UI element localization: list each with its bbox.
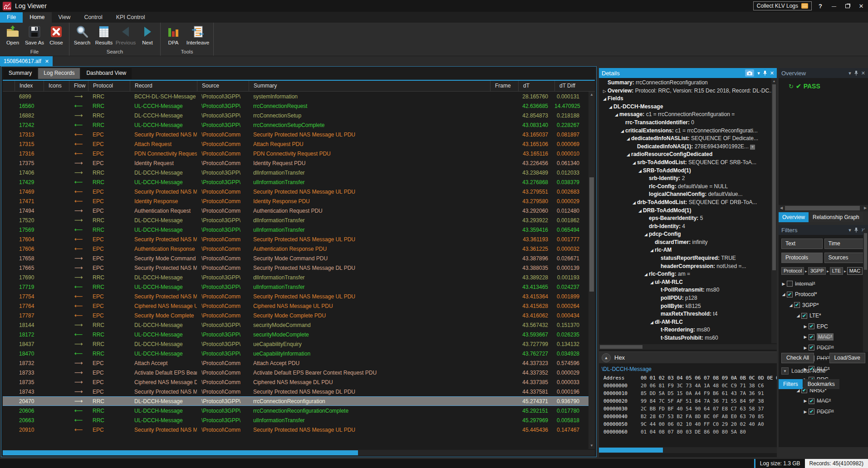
expanded-icon[interactable]: ◢ xyxy=(780,292,787,297)
expanded-icon[interactable]: ◢ xyxy=(613,111,619,119)
scroll-thumb[interactable] xyxy=(772,84,776,270)
table-row[interactable]: 18172⟵RRCUL-DCCH-Message\Protocol\3GPP\s… xyxy=(3,330,588,339)
table-row[interactable]: 17313⟵EPCSecurity Protected NAS M\Protoc… xyxy=(3,130,588,139)
ribbon-tab-kpi-control[interactable]: KPI Control xyxy=(109,12,152,23)
table-row[interactable]: 18732⟶EPCAttach Accept\Protocol\CommAtta… xyxy=(3,358,588,368)
table-row[interactable]: 17406⟶RRCDL-DCCH-Message\Protocol\3GPP\d… xyxy=(3,168,588,177)
table-row[interactable]: 20606⟵RRCUL-DCCH-Message\Protocol\3GPP\r… xyxy=(3,406,588,415)
details-tree-item[interactable]: logicalChannelConfig: defaultValue... xyxy=(601,190,771,199)
expand-plus-icon[interactable]: + xyxy=(750,145,755,150)
checkbox[interactable]: ✔ xyxy=(809,398,814,404)
table-row[interactable]: 17764⟵EPCCiphered NAS Message Ul\Protoco… xyxy=(3,301,588,311)
table-row[interactable]: 17520⟶RRCDL-DCCH-Message\Protocol\3GPP\d… xyxy=(3,215,588,225)
table-row[interactable]: 17665⟶EPCSecurity Protected NAS M\Protoc… xyxy=(3,263,588,273)
scroll-left-icon[interactable]: ◀ xyxy=(779,205,784,211)
expanded-icon[interactable]: ◢ xyxy=(643,271,649,278)
tab-dashboard-view[interactable]: Dashboard View xyxy=(81,68,132,79)
details-tree-item[interactable]: eps-BearerIdentity: 5 xyxy=(601,214,771,223)
chevron-down-icon[interactable]: ▼ xyxy=(781,367,789,375)
table-horizontal-scrollbar[interactable] xyxy=(3,450,595,456)
details-tree-item[interactable]: statusReportRequired: TRUE xyxy=(601,254,771,263)
filter-tree-scrollbar[interactable] xyxy=(863,229,868,352)
filter-node-mac[interactable]: ▶✔MAC* xyxy=(779,396,868,407)
details-tree-item[interactable]: t-Reordering: ms80 xyxy=(601,326,771,334)
collapsed-icon[interactable]: ▶ xyxy=(802,399,809,403)
hex-row[interactable]: 0000000020 06 81 F9 3C 73 4A 1A 48 0C C9… xyxy=(599,382,777,390)
table-row[interactable]: 6899⟶RRCBCCH-DL-SCH-Message\Protocol\3GP… xyxy=(3,92,588,101)
details-tree-item[interactable]: DedicatedInfoNAS(1): 278E69434901992E...… xyxy=(601,143,771,151)
check-all-button[interactable]: Check All xyxy=(781,353,814,363)
table-row[interactable]: 17569⟵RRCUL-DCCH-Message\Protocol\3GPP\u… xyxy=(3,225,588,234)
scroll-down-icon[interactable]: ▼ xyxy=(588,443,595,449)
details-tree-item[interactable]: pollPDU: p128 xyxy=(601,294,771,302)
save-as-button[interactable]: Save As xyxy=(24,24,45,49)
breadcrumb-lte[interactable]: LTE xyxy=(830,267,843,275)
details-tree-item[interactable]: drb-Identity: 4 xyxy=(601,223,771,231)
expanded-icon[interactable]: ◢ xyxy=(631,159,637,167)
filter-time-button[interactable]: Time xyxy=(824,239,866,249)
table-row[interactable]: 17658⟶EPCSecurity Mode Command\Protocol\… xyxy=(3,253,588,263)
load-save-button[interactable]: Load/Save xyxy=(829,353,865,363)
details-tree-item[interactable]: ▷Overview: Protocol: RRC, Version: R15 D… xyxy=(601,87,771,95)
details-tree-item[interactable]: ◢dedicatedInfoNASList: SEQUENCE OF Dedic… xyxy=(601,135,771,143)
column-header-frame[interactable]: Frame xyxy=(490,81,518,91)
open-button[interactable]: Open xyxy=(2,24,24,49)
details-tree-item[interactable]: rrc-TransactionIdentifier: 0 xyxy=(601,119,771,127)
details-tree-item[interactable]: ◢DRB-ToAddMod(1) xyxy=(601,207,771,215)
ribbon-tab-file[interactable]: File xyxy=(0,12,23,23)
details-tree-item[interactable]: Summary: rrcConnectionReconfiguration xyxy=(601,79,771,87)
table-row[interactable]: 17494⟶EPCAuthentication Request\Protocol… xyxy=(3,206,588,215)
expanded-icon[interactable]: ◢ xyxy=(631,199,637,207)
details-tree-item[interactable]: ◢ul-AM-RLC xyxy=(601,278,771,287)
column-header-dt-diff[interactable]: dT Diff xyxy=(554,81,586,91)
close-icon[interactable] xyxy=(854,0,868,12)
minimize-icon[interactable] xyxy=(827,0,841,12)
tab-summary[interactable]: Summary xyxy=(3,68,37,79)
details-tree-item[interactable]: ◢message: c1 = rrcConnectionReconfigurat… xyxy=(601,111,771,119)
details-tree-item[interactable]: ◢SRB-ToAddMod(1) xyxy=(601,167,771,175)
table-row[interactable]: 17606⟵EPCAuthentication Response\Protoco… xyxy=(3,244,588,253)
overview-horizontal-scrollbar[interactable]: ◀ ▶ xyxy=(779,205,868,211)
table-row[interactable]: 17242⟵RRCUL-DCCH-Message\Protocol\3GPP\r… xyxy=(3,120,588,130)
filter-node-pdcp[interactable]: ▶✔PDCP* xyxy=(779,406,868,417)
details-tree-item[interactable]: ◢dl-AM-RLC xyxy=(601,318,771,327)
table-row[interactable]: 18733⟶EPCActivate Default EPS Beare\Prot… xyxy=(3,368,588,377)
column-header-index[interactable]: Index xyxy=(15,81,44,91)
filter-node-3gpp[interactable]: ◢✔3GPP* xyxy=(779,300,868,311)
pin-icon[interactable] xyxy=(763,71,767,76)
scroll-thumb[interactable] xyxy=(785,206,860,210)
table-row[interactable]: 16882⟶RRCDL-CCCH-Message\Protocol\3GPP\r… xyxy=(3,111,588,120)
scroll-thumb[interactable] xyxy=(589,177,594,292)
expanded-icon[interactable]: ◢ xyxy=(637,207,643,215)
details-tree-item[interactable]: rlc-Config: defaultValue = NULL xyxy=(601,183,771,191)
expanded-icon[interactable]: ◢ xyxy=(602,95,608,103)
table-row[interactable]: 17315⟵EPCAttach Request\Protocol\CommAtt… xyxy=(3,139,588,149)
collect-klv-logs-button[interactable]: Collect KLV Logs xyxy=(753,1,812,10)
table-row[interactable]: 17604⟵EPCSecurity Protected NAS M\Protoc… xyxy=(3,234,588,244)
ribbon-tab-control[interactable]: Control xyxy=(77,12,109,23)
checkbox[interactable]: ✔ xyxy=(809,409,814,414)
expanded-icon[interactable]: ◢ xyxy=(649,319,655,327)
checkbox[interactable] xyxy=(787,281,793,287)
next-button[interactable]: Next xyxy=(137,24,158,49)
expanded-icon[interactable]: ◢ xyxy=(637,167,643,175)
search-button[interactable]: Search xyxy=(71,24,93,49)
table-row[interactable]: 17469⟵EPCSecurity Protected NAS M\Protoc… xyxy=(3,187,588,196)
expanded-icon[interactable]: ◢ xyxy=(619,127,625,135)
tab-relationship-graph[interactable]: Relationship Graph xyxy=(809,212,863,222)
hex-row[interactable]: 0000002099 84 7C 5F AF 51 84 7A 36 71 55… xyxy=(599,397,777,405)
collapse-up-icon[interactable]: ▲ xyxy=(602,353,611,362)
details-tree-item[interactable]: ◢srb-ToAddModList: SEQUENCE OF SRB-ToA..… xyxy=(601,159,771,167)
table-row[interactable]: 17690⟶RRCDL-DCCH-Message\Protocol\3GPP\d… xyxy=(3,273,588,282)
document-tab[interactable]: 1508540617.alf ✕ xyxy=(0,56,53,66)
table-row[interactable]: 17316⟵EPCPDN Connectivity Request\Protoc… xyxy=(3,149,588,158)
scroll-thumb[interactable] xyxy=(3,450,358,455)
checkbox[interactable]: ✔ xyxy=(794,302,800,308)
tab-bookmarks[interactable]: Bookmarks xyxy=(803,379,839,389)
tab-overview[interactable]: Overview xyxy=(779,212,809,222)
scroll-thumb[interactable] xyxy=(864,233,867,270)
table-row[interactable]: 17754⟵EPCSecurity Protected NAS M\Protoc… xyxy=(3,292,588,301)
tab-log-records[interactable]: Log Records xyxy=(38,68,80,79)
filter-node-pdcp[interactable]: ▶✔PDCP* xyxy=(779,342,868,353)
chevron-down-icon[interactable]: ▾ xyxy=(848,227,851,233)
